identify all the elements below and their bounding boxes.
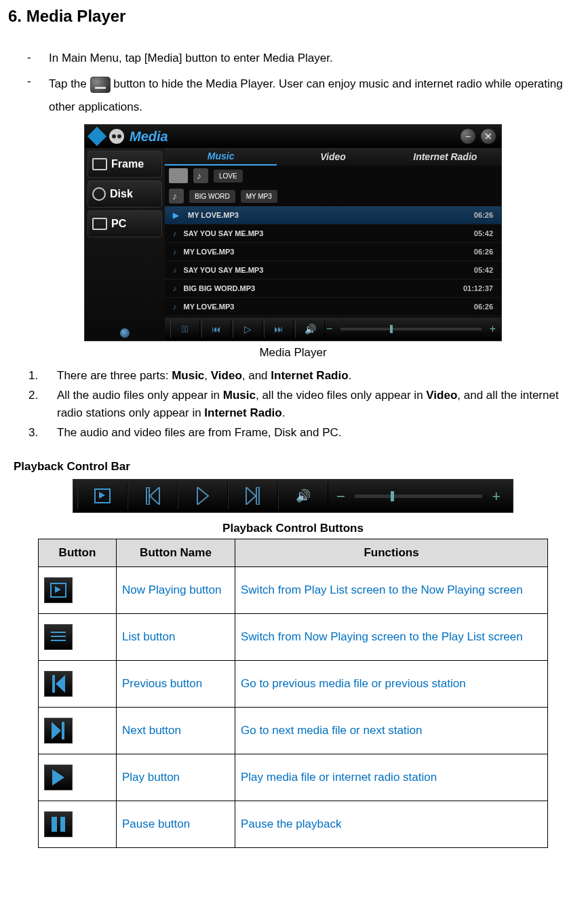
page-title: 6. Media Player [8,4,578,28]
frame-icon [92,158,107,170]
music-category-icon[interactable] [193,168,208,183]
tab-music[interactable]: Music [165,148,277,166]
close-button[interactable]: ✕ [481,129,496,144]
file-name: MY LOVE.MP3 [188,210,467,221]
table-row: Now Playing buttonSwitch from Play List … [39,566,548,613]
item-number: 3. [28,424,57,442]
section-heading: Playback Control Bar [14,458,578,476]
now-playing-button[interactable] [77,482,128,509]
button-icon-cell [39,754,117,801]
volume-minus[interactable]: − [326,321,332,337]
tab-video[interactable]: Video [277,148,389,166]
file-row[interactable]: ♪MY LOVE.MP306:26 [165,243,501,261]
item-text: There are three parts: Music, Video, and… [57,367,578,385]
next-button[interactable]: ⏭ [264,320,294,338]
play-button[interactable] [178,482,228,509]
list-icon [51,630,66,644]
now-playing-icon [50,583,66,598]
control-bar: ▶⃞ ⏮ ▷ ⏭ 🔊 − + [165,317,501,341]
volume-plus[interactable]: + [490,321,496,337]
tab-internet-radio[interactable]: Internet Radio [389,148,501,166]
bullet-item: - Tap the button to hide the Media Playe… [27,73,578,119]
item-number: 2. [28,387,57,421]
play-button[interactable]: ▷ [233,320,262,338]
bullet-text: In Main Menu, tap [Media] button to ente… [49,49,578,67]
th-button: Button [39,539,117,566]
volume-minus[interactable]: − [336,485,345,507]
button-name-cell: Next button [117,707,235,754]
text-fragment: Tap the [49,77,90,90]
file-time: 06:26 [474,210,493,221]
sidebar-label: Frame [111,156,144,172]
bullet-text: Tap the button to hide the Media Player.… [49,73,578,119]
function-cell: Switch from Play List screen to the Now … [235,566,548,613]
category-row: BIG WORD MY MP3 [165,186,501,206]
file-name: BIG BIG WORD.MP3 [184,283,456,294]
category-pill[interactable]: LOVE [214,170,243,182]
volume-slider[interactable] [340,328,481,330]
playback-buttons-table: Button Button Name Functions Now Playing… [38,539,548,848]
screenshot-caption: Media Player [8,344,578,362]
file-list: ▶MY LOVE.MP306:26♪SAY YOU SAY ME.MP305:4… [165,206,501,317]
volume-slider[interactable] [355,495,482,498]
sidebar-label: PC [111,216,126,232]
bullet-dash: - [27,73,49,119]
play-icon [52,769,64,786]
file-row[interactable]: ♪BIG BIG WORD.MP301:12:37 [165,280,501,298]
button-icon-cell [39,801,117,847]
note-icon: ♪ [173,283,177,294]
play-indicator-icon: ▶ [173,210,181,221]
table-caption: Playback Control Buttons [8,520,578,537]
table-row: Next buttonGo to next media file or next… [39,707,548,754]
file-row[interactable]: ♪SAY YOU SAY ME.MP305:42 [165,261,501,280]
now-playing-icon [94,488,111,503]
file-name: MY LOVE.MP3 [184,246,467,258]
button-icon-cell [39,613,117,660]
pause-icon [52,817,65,832]
previous-button[interactable] [128,482,178,509]
file-name: SAY YOU SAY ME.MP3 [184,228,467,239]
file-time: 06:26 [474,301,493,313]
function-cell: Switch from Now Playing screen to the Pl… [235,613,548,660]
file-time: 01:12:37 [463,283,493,294]
music-category-icon[interactable] [169,189,184,204]
next-icon [245,487,261,505]
file-row[interactable]: ♪MY LOVE.MP306:26 [165,298,501,316]
file-time: 05:42 [474,265,493,276]
note-icon: ♪ [173,265,177,276]
next-button[interactable] [228,482,278,509]
previous-icon [144,487,161,505]
button-icon-cell [39,707,117,754]
volume-plus[interactable]: + [492,485,501,507]
sidebar-item-frame[interactable]: Frame [87,151,162,178]
sidebar-item-disk[interactable]: Disk [87,180,162,208]
category-pill[interactable]: BIG WORD [189,190,235,203]
category-pill[interactable]: MY MP3 [241,190,277,203]
button-icon-cell [39,660,117,707]
play-icon [196,487,210,505]
folder-icon[interactable] [169,168,188,183]
pc-icon [92,218,107,230]
th-functions: Functions [235,539,548,566]
file-time: 06:26 [474,246,493,258]
scroll-indicator [87,328,162,338]
next-icon [50,722,66,739]
file-row[interactable]: ♪SAY YOU SAY ME.MP305:42 [165,225,501,243]
logo-reel-icon [109,129,124,144]
note-icon: ♪ [173,301,177,313]
th-button-name: Button Name [117,539,235,566]
minimize-button[interactable]: − [461,129,475,144]
file-row[interactable]: ▶MY LOVE.MP306:26 [165,206,501,225]
category-row: LOVE [165,166,501,186]
button-name-cell: Pause button [117,801,235,847]
function-cell: Pause the playback [235,801,548,847]
now-playing-button[interactable]: ▶⃞ [170,320,200,338]
previous-button[interactable]: ⏮ [201,320,231,338]
sidebar-item-pc[interactable]: PC [87,210,162,237]
numbered-item: 2.All the audio files only appear in Mus… [28,387,578,421]
function-cell: Go to next media file or next station [235,707,548,754]
function-cell: Go to previous media file or previous st… [235,660,548,707]
button-icon-cell [39,566,117,613]
scroll-dot-icon [120,328,130,338]
item-number: 1. [28,367,57,385]
